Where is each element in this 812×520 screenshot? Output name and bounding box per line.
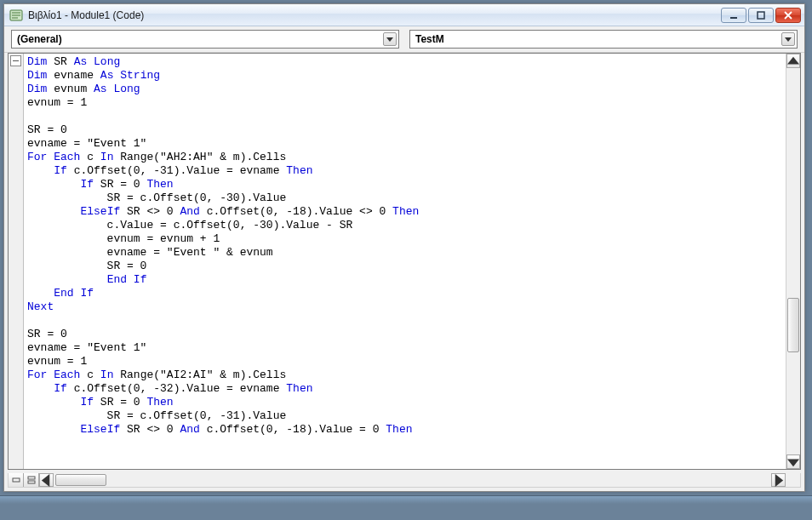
code-viewport[interactable]: Dim SR As Long Dim evname As String Dim … — [24, 54, 786, 469]
code-area: Dim SR As Long Dim evname As String Dim … — [8, 53, 801, 470]
vertical-scroll-thumb[interactable] — [787, 298, 799, 352]
procedure-dropdown[interactable]: TestM — [409, 30, 798, 49]
titlebar[interactable]: Βιβλίο1 - Module1 (Code) — [4, 4, 804, 26]
svg-rect-3 — [13, 478, 20, 482]
full-module-view-button[interactable] — [24, 473, 39, 487]
code-window: Βιβλίο1 - Module1 (Code) (General) TestM — [3, 3, 805, 492]
margin-gutter — [9, 54, 24, 469]
horizontal-scrollbar[interactable] — [39, 473, 786, 487]
object-dropdown[interactable]: (General) — [11, 30, 399, 49]
svg-rect-4 — [28, 477, 35, 479]
scroll-up-button[interactable] — [786, 54, 800, 68]
mdi-background — [0, 495, 812, 504]
scroll-right-button[interactable] — [771, 473, 786, 487]
vertical-scroll-track[interactable] — [786, 68, 800, 454]
svg-rect-2 — [758, 12, 764, 19]
chevron-down-icon[interactable] — [781, 32, 795, 46]
minimize-button[interactable] — [721, 8, 746, 23]
module-icon — [9, 9, 23, 22]
horizontal-scroll-row — [8, 473, 801, 488]
scroll-left-button[interactable] — [39, 473, 54, 487]
procedure-view-button[interactable] — [9, 473, 24, 487]
scroll-down-button[interactable] — [786, 454, 800, 469]
horizontal-scroll-track[interactable] — [54, 473, 771, 487]
procedure-dropdown-value: TestM — [415, 33, 444, 45]
maximize-button[interactable] — [748, 8, 774, 23]
chevron-down-icon[interactable] — [383, 32, 397, 46]
vertical-scrollbar[interactable] — [786, 54, 800, 469]
dropdown-row: (General) TestM — [4, 26, 804, 53]
scroll-corner — [786, 473, 800, 487]
window-title: Βιβλίο1 - Module1 (Code) — [28, 9, 144, 21]
svg-rect-1 — [730, 17, 737, 19]
object-dropdown-value: (General) — [17, 33, 62, 45]
close-button[interactable] — [775, 8, 801, 23]
window-buttons — [721, 8, 801, 23]
svg-rect-5 — [28, 481, 35, 483]
procedure-separator-icon — [10, 55, 21, 66]
horizontal-scroll-thumb[interactable] — [55, 474, 106, 486]
code-text[interactable]: Dim SR As Long Dim evname As String Dim … — [24, 54, 786, 438]
